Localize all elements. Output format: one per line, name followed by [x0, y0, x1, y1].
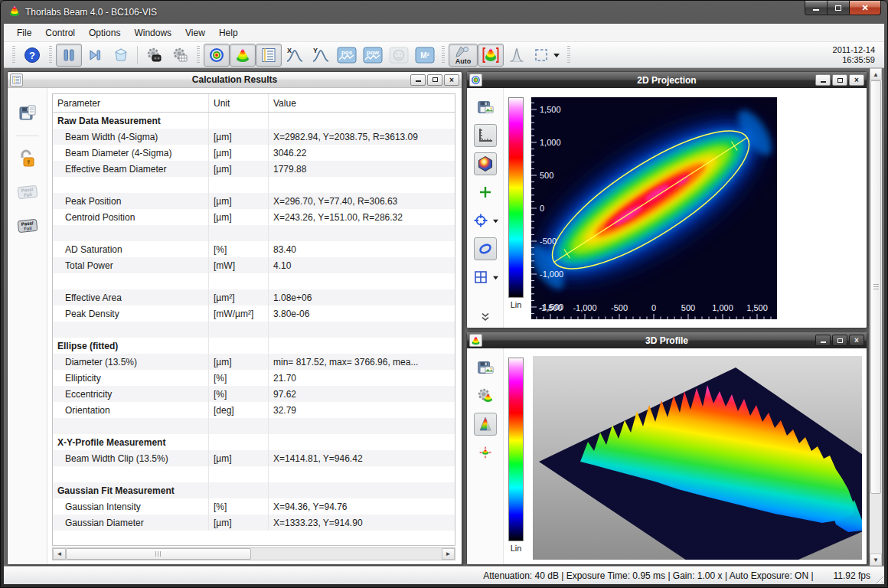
2d-projection-toggle-button[interactable] — [204, 44, 230, 67]
col-value[interactable]: Value — [269, 94, 455, 112]
menu-item-help[interactable]: Help — [212, 24, 245, 41]
false-color-button[interactable] — [478, 44, 504, 67]
pause-button[interactable] — [56, 44, 82, 67]
col-unit[interactable]: Unit — [209, 94, 269, 112]
calculation-results-titlebar[interactable]: Calculation Results × — [8, 72, 462, 88]
3d-minimize-button[interactable] — [815, 335, 831, 346]
minimize-icon — [821, 81, 826, 83]
2d-toolbar — [467, 88, 504, 328]
menu-item-windows[interactable]: Windows — [127, 24, 178, 41]
help-button[interactable]: ? — [19, 44, 45, 67]
beam-stability-button[interactable] — [108, 44, 134, 67]
toolbar-separator — [137, 46, 138, 64]
menu-item-view[interactable]: View — [178, 24, 212, 41]
beam-quality-button[interactable] — [386, 44, 412, 67]
scroll-right-button[interactable]: ► — [442, 548, 455, 560]
result-row: Centroid Position[µm]X=243.26, Y=151.00,… — [53, 209, 455, 225]
toolbar-grip[interactable] — [49, 46, 52, 64]
collapse-toolbar-button[interactable] — [481, 311, 490, 325]
y-profile-icon: Y — [311, 46, 331, 64]
svg-text:?: ? — [29, 49, 35, 60]
save-image-button[interactable] — [474, 96, 497, 119]
2d-minimize-button[interactable] — [815, 74, 831, 86]
resize-grip[interactable] — [873, 573, 883, 583]
calc-minimize-button[interactable] — [410, 74, 426, 86]
save-results-button[interactable] — [16, 102, 39, 125]
minimize-button[interactable] — [805, 1, 828, 15]
toolbar-grip[interactable] — [12, 46, 15, 64]
3d-surface-mode-button[interactable] — [474, 413, 497, 436]
menu-item-options[interactable]: Options — [82, 24, 127, 41]
pass-fail-test-button[interactable]: Pass/Fail — [16, 181, 39, 204]
scrollbar-thumb[interactable] — [66, 548, 251, 560]
2d-projection-titlebar[interactable]: 2D Projection × — [467, 72, 867, 88]
3d-maximize-button[interactable] — [832, 335, 847, 346]
scroll-up-button[interactable]: ▲ — [870, 68, 882, 80]
single-shot-button[interactable] — [82, 44, 108, 67]
3d-colorbar-label: Lin — [511, 544, 522, 553]
calc-horizontal-scrollbar[interactable]: ◄ ► — [52, 547, 455, 560]
window-title: Thorlabs Beam 4.0 - BC106-VIS — [25, 7, 157, 18]
y-profile-button[interactable]: Y — [308, 44, 334, 67]
2d-close-button[interactable]: × — [849, 74, 864, 86]
3d-colorbar-column: Lin — [504, 348, 528, 564]
toolbar-grip[interactable] — [442, 46, 445, 64]
col-parameter[interactable]: Parameter — [53, 94, 209, 112]
svg-text:Auto: Auto — [455, 57, 472, 65]
grid-icon — [473, 270, 488, 285]
color-palette-button[interactable] — [474, 152, 497, 175]
chevron-down-icon[interactable] — [492, 275, 499, 280]
svg-text:-500: -500 — [540, 237, 557, 246]
device-settings-button[interactable] — [141, 44, 167, 67]
add-marker-button[interactable] — [474, 181, 497, 204]
svg-text:500: 500 — [681, 303, 695, 312]
scrollbar-thumb[interactable] — [870, 80, 881, 494]
ellipse-overlay-button[interactable] — [474, 237, 497, 260]
menu-item-file[interactable]: File — [10, 24, 38, 41]
profile-cut-button[interactable] — [504, 44, 530, 67]
svg-text:-1,000: -1,000 — [573, 303, 596, 312]
calculation-results-toggle-button[interactable] — [256, 44, 282, 67]
chevron-down-icon[interactable] — [492, 218, 499, 224]
pass-fail-settings-button[interactable]: Pass/Fail — [16, 214, 39, 237]
scroll-down-button[interactable]: ▼ — [870, 554, 882, 566]
crosshair-button[interactable] — [472, 209, 490, 232]
roi-select-button[interactable] — [530, 44, 553, 67]
app-window: Thorlabs Beam 4.0 - BC106-VIS ✕ FileCont… — [0, 0, 888, 588]
lock-results-button[interactable] — [16, 147, 39, 170]
power-plot-button[interactable]: pow — [360, 44, 386, 67]
toolbar-grip[interactable] — [197, 46, 200, 64]
3d-profile-titlebar[interactable]: 3D Profile × — [467, 332, 867, 348]
3d-profile-toggle-button[interactable] — [230, 44, 256, 67]
results-table-header[interactable]: Parameter Unit Value — [53, 94, 455, 113]
save-image-button[interactable] — [474, 356, 497, 379]
calc-close-button[interactable]: × — [444, 74, 459, 86]
2d-maximize-button[interactable] — [832, 74, 847, 86]
auto-scale-button[interactable]: Auto — [449, 44, 478, 67]
3d-close-button[interactable]: × — [849, 335, 864, 346]
close-icon: × — [449, 76, 454, 84]
2d-beam-plot[interactable]: -1,500-1,000-50005001,0001,5001,5001,000… — [531, 97, 777, 319]
3d-toolbar — [467, 348, 504, 564]
menu-item-control[interactable]: Control — [38, 24, 82, 41]
fps-indicator: 11.92 fps — [834, 570, 870, 581]
mdi-vertical-scrollbar[interactable]: ▲ ▼ — [869, 68, 882, 566]
x-profile-button[interactable]: X — [282, 44, 308, 67]
scroll-left-button[interactable]: ◄ — [53, 548, 66, 560]
maximize-button[interactable] — [828, 1, 849, 15]
2d-colorbar-label: Lin — [511, 300, 522, 309]
position-plot-button[interactable]: pos — [334, 44, 360, 67]
maximize-icon — [837, 78, 843, 83]
close-button[interactable]: ✕ — [849, 1, 881, 15]
3d-surface-plot[interactable] — [533, 356, 862, 560]
m-squared-button[interactable]: M² — [412, 44, 438, 67]
toolbar-grip[interactable] — [567, 46, 570, 64]
3d-move-button[interactable] — [474, 441, 497, 464]
ruler-toggle-button[interactable] — [474, 124, 497, 147]
calculation-settings-button[interactable] — [167, 44, 193, 67]
grid-overlay-button[interactable] — [472, 266, 490, 289]
calc-maximize-button[interactable] — [427, 74, 442, 86]
auto-scale-icon: Auto — [452, 44, 475, 66]
roi-dropdown-button[interactable] — [553, 52, 563, 58]
3d-settings-button[interactable] — [474, 384, 497, 407]
